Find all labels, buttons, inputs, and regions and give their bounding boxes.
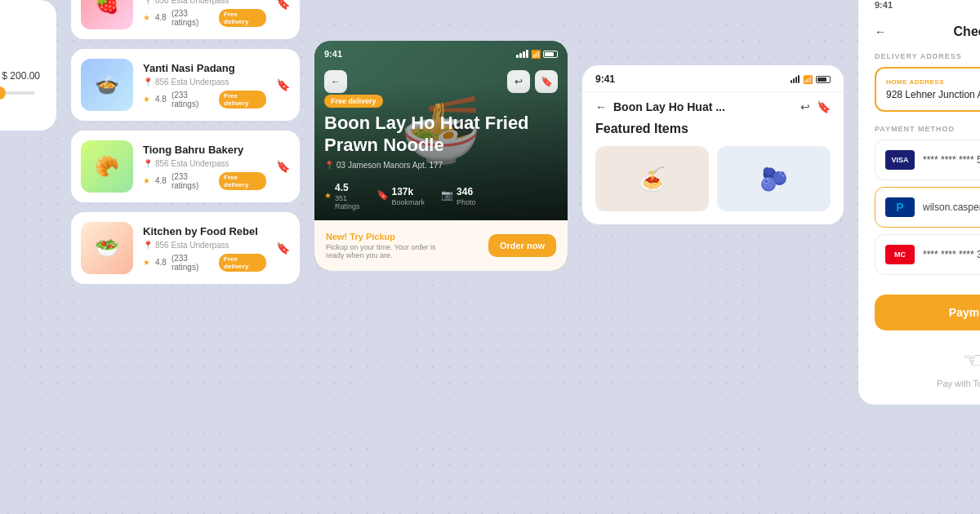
checkout-header: ← Checkout [875,24,980,39]
bookmark-icon[interactable]: 🔖 [276,160,290,173]
hero-card: 🍜 9:41 📶 ← [314,41,568,271]
restaurant-address: 📍 856 Esta Underpass [143,159,266,168]
checkout-back-button[interactable]: ← [875,25,886,38]
star-icon: ★ [143,95,150,104]
bookmark-stat-icon: 🔖 [376,189,389,201]
location-pin-icon: 📍 [324,161,334,170]
mobile-body: Featured Items 🍝 🫐 [582,122,844,224]
location-icon: 📍 [143,78,153,86]
checkout-card: 9:41 📶 ← Checkout DELIVERY ADDRESS [858,0,980,405]
hero-restaurant-title: Boon Lay Ho Huat Fried Prawn Noodle [324,113,558,156]
alcohol-served-text: Alcohol Served [0,30,40,42]
location-icon: 📍 [143,159,153,168]
restaurant-card-kitchen[interactable]: 🥗 Kitchen by Food Rebel 📍 856 Esta Under… [71,212,300,284]
restaurant-list-panel: 🍓 Club Street 📍 856 Esta Underpass ★ 4.8… [71,0,300,284]
payment-method-visa[interactable]: VISA **** **** **** 5967 [875,140,980,180]
touch-id-section[interactable]: ☜ Pay with Touch ID [875,340,980,388]
payment-method-label: PAYMENT METHOD [875,125,980,133]
restaurant-card-yanti[interactable]: 🍲 Yanti Nasi Padang 📍 856 Esta Underpass… [71,49,300,121]
price-label: PRICE [0,55,40,64]
delivery-address-label: DELIVERY ADDRESS [875,52,980,60]
filter-panel: CATEGORIES Alcohol Served PRICE $ 0.00 $… [0,0,56,131]
wifi-icon: 📶 [531,50,541,59]
bookmark-icon[interactable]: 🔖 [276,0,290,10]
address-type-label: HOME ADDRESS [886,78,980,86]
paypal-email: wilson.casper@bernice.info [923,202,980,213]
pickup-title: New! Try Pickup [326,232,436,241]
restaurant-name: Kitchen by Food Rebel [143,225,266,237]
bookmark-icon-active[interactable]: 🔖 [276,78,290,91]
order-now-button[interactable]: Order now [488,234,556,257]
restaurant-card-club-street[interactable]: 🍓 Club Street 📍 856 Esta Underpass ★ 4.8… [71,0,300,39]
mobile-back-button[interactable]: ← [595,100,607,113]
featured-item-2[interactable]: 🫐 [717,146,831,211]
checkout-title: Checkout [896,24,980,39]
signal-icon [516,50,528,58]
hero-bottom-bar: New! Try Pickup Pickup on your time. You… [314,220,568,271]
free-delivery-badge: Free delivery [219,172,266,190]
restaurant-meta: ★ 4.8 (233 ratings) Free delivery [143,254,266,272]
mobile-card: 9:41 📶 ← Boon Lay Ho Huat ... ↩ 🔖 [582,65,844,224]
hero-stat-photo: 📷 346 Photo [441,179,476,210]
restaurant-address: 📍 856 Esta Underpass [143,241,266,250]
bookmark-icon[interactable]: 🔖 [276,241,290,255]
hero-top-bar: 9:41 📶 [324,49,558,59]
hero-stats: ★ 4.5 351 Ratings 🔖 137k Bookmark [324,179,558,210]
pickup-subtitle: Pickup on your time. Your order isready … [326,243,436,259]
battery-icon [543,51,558,58]
visa-icon: VISA [885,150,915,170]
restaurant-image-club-street: 🍓 [81,0,133,29]
restaurant-card-tiong[interactable]: 🥐 Tiong Bahru Bakery 📍 856 Esta Underpas… [71,131,300,202]
address-box[interactable]: HOME ADDRESS 928 Lehner Junction Apt. 04… [875,67,980,112]
restaurant-address: 📍 856 Esta Underpass [143,0,266,5]
location-icon: 📍 [143,0,153,5]
payment-button[interactable]: Payment [875,295,980,330]
photo-stat-icon: 📷 [441,189,453,201]
bookmark-icon[interactable]: 🔖 [817,100,831,113]
star-icon: ★ [143,176,150,185]
share-icon[interactable]: ↩ [800,100,810,113]
category-label: CATEGORIES [0,16,40,25]
hero-time: 9:41 [324,49,342,59]
restaurant-image-tiong: 🥐 [81,140,133,193]
hero-stat-bookmark: 🔖 137k Bookmark [376,179,425,210]
hero-image: 🍜 9:41 📶 ← [314,41,568,220]
restaurant-address: 📍 856 Esta Underpass [143,78,266,86]
mobile-time: 9:41 [595,73,615,85]
featured-items-grid: 🍝 🫐 [595,146,831,211]
restaurant-meta: ★ 4.8 (233 ratings) Free delivery [143,9,266,27]
hero-stat-rating: ★ 4.5 351 Ratings [324,179,360,210]
signal-icon [791,75,800,83]
mobile-status-icons: 📶 [791,75,831,84]
restaurant-info-club-street: Club Street 📍 856 Esta Underpass ★ 4.8 (… [143,0,266,27]
restaurant-name: Tiong Bahru Bakery [143,144,266,156]
mobile-panel: 9:41 📶 ← Boon Lay Ho Huat ... ↩ 🔖 [582,65,844,224]
touch-id-label: Pay with Touch ID [937,379,980,388]
status-icons: 📶 [516,50,558,59]
hero-nav-overlay: Free delivery Boon Lay Ho Huat Fried Pra… [314,82,568,220]
slider-thumb-right[interactable] [0,86,6,100]
free-delivery-badge: Free delivery [219,91,266,109]
mastercard-icon: MC [885,245,915,264]
battery-icon [816,76,831,83]
checkout-panel: 9:41 📶 ← Checkout DELIVERY ADDRESS [858,0,980,405]
restaurant-info-kitchen: Kitchen by Food Rebel 📍 856 Esta Underpa… [143,225,266,272]
checkout-status-bar: 9:41 📶 [875,0,980,11]
mobile-restaurant-title: Boon Lay Ho Huat ... [613,100,794,113]
restaurant-image-kitchen: 🥗 [81,222,133,274]
price-max: $ 200.00 [2,70,40,82]
mobile-nav-bar: ← Boon Lay Ho Huat ... ↩ 🔖 [582,92,844,122]
price-slider[interactable] [0,91,35,95]
featured-item-1[interactable]: 🍝 [595,146,709,211]
mobile-action-buttons: ↩ 🔖 [800,100,831,113]
checkout-time: 9:41 [875,0,893,10]
address-value: 928 Lehner Junction Apt. 047 [886,89,980,100]
payment-method-mastercard[interactable]: MC **** **** **** 3461 [875,234,980,275]
payment-method-paypal[interactable]: P wilson.casper@bernice.info ✓ [875,187,980,228]
free-delivery-badge: Free delivery [219,254,266,272]
pickup-info: New! Try Pickup Pickup on your time. You… [326,232,436,259]
wifi-icon: 📶 [803,75,813,84]
restaurant-info-tiong: Tiong Bahru Bakery 📍 856 Esta Underpass … [143,144,266,190]
restaurant-meta: ★ 4.8 (233 ratings) Free delivery [143,172,266,190]
location-icon: 📍 [143,241,153,250]
